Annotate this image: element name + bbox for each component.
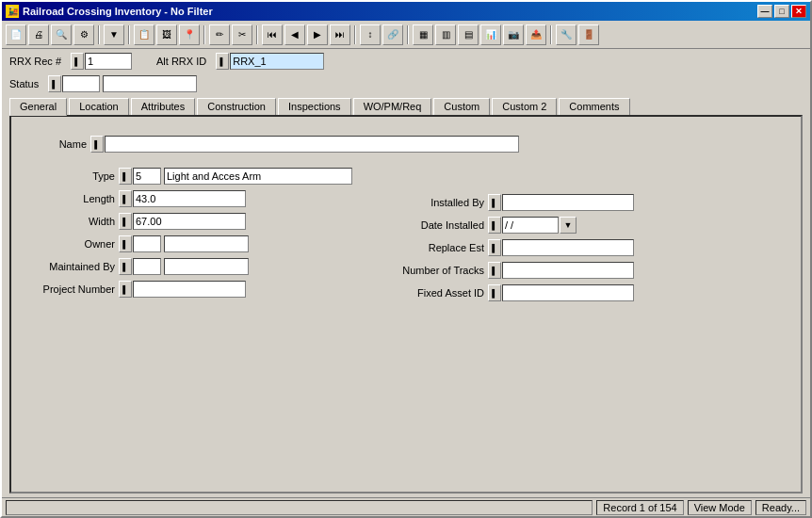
sep6 [407,25,409,44]
project-number-label: Project Number [30,283,115,295]
rrx-rec-input[interactable] [85,53,132,70]
tab-comments[interactable]: Comments [559,98,629,115]
width-btn[interactable]: ▌ [119,213,132,230]
sep2 [128,25,130,44]
tab-custom2[interactable]: Custom 2 [492,98,557,115]
filter-button[interactable]: ▼ [104,24,124,45]
grid1-button[interactable]: ▦ [413,24,433,45]
tab-custom[interactable]: Custom [433,98,490,115]
link-button[interactable]: 🔗 [382,24,403,45]
title-bar-buttons: — □ ✕ [757,5,806,18]
owner-desc-input[interactable] [164,235,249,252]
maintained-by-code-input[interactable] [133,258,161,275]
fixed-asset-id-input[interactable] [502,284,634,301]
prev-button[interactable]: ◀ [284,24,305,45]
date-installed-label: Date Installed [381,219,484,231]
length-field-group: ▌ [119,190,246,207]
tab-wo-pm-req[interactable]: WO/PM/Req [353,98,432,115]
installed-by-input[interactable] [502,194,634,211]
alt-rrx-field-group: ▌ [216,53,324,70]
general-form: Name ▌ Type ▌ [21,126,791,311]
minimize-button[interactable]: — [757,5,772,18]
alt-rrx-label: Alt RRX ID [156,56,210,67]
maintained-by-btn[interactable]: ▌ [119,258,132,275]
next-button[interactable]: ▶ [307,24,328,45]
prev-prev-button[interactable]: ⏮ [262,24,283,45]
ready-label: Ready... [755,500,806,515]
grid3-button[interactable]: ▤ [458,24,479,45]
replace-est-btn[interactable]: ▌ [488,239,501,256]
date-installed-input[interactable] [502,217,559,234]
settings-button[interactable]: ⚙ [73,24,94,45]
scissors-button[interactable]: ✂ [232,24,252,45]
owner-code-input[interactable] [133,235,161,252]
print-button[interactable]: 🖨 [28,24,49,45]
name-row: Name ▌ [30,136,782,153]
type-num-input[interactable] [133,168,161,185]
replace-est-label: Replace Est [381,242,484,253]
status-label: Status [9,78,42,89]
tab-attributes[interactable]: Attributes [131,98,195,115]
sep3 [203,25,205,44]
graph-button[interactable]: 📊 [480,24,501,45]
search-button[interactable]: 🔍 [51,24,72,45]
date-installed-btn[interactable]: ▌ [488,217,501,234]
map-button[interactable]: 📍 [179,24,200,45]
project-number-btn[interactable]: ▌ [119,281,132,298]
owner-label: Owner [30,238,115,250]
rrx-rec-label: RRX Rec # [9,56,65,67]
name-btn[interactable]: ▌ [90,136,104,153]
tab-inspections[interactable]: Inspections [278,98,351,115]
status-btn[interactable]: ▌ [48,75,61,92]
grid2-button[interactable]: ▥ [435,24,456,45]
type-btn[interactable]: ▌ [119,168,132,185]
alt-rrx-input[interactable] [230,53,324,70]
status-field-group: ▌ [48,75,197,92]
tab-location[interactable]: Location [69,98,129,115]
num-tracks-btn[interactable]: ▌ [488,262,501,279]
name-input[interactable] [105,136,519,153]
num-tracks-input[interactable] [502,262,634,279]
edit-button[interactable]: ✏ [209,24,230,45]
date-dropdown-btn[interactable]: ▼ [560,217,577,234]
owner-field-group: ▌ [119,235,249,252]
fixed-asset-id-btn[interactable]: ▌ [488,284,501,301]
tab-general[interactable]: General [9,98,67,116]
name-field-group: ▌ [90,136,519,153]
new-button[interactable]: 📄 [6,24,26,45]
width-input[interactable] [133,213,246,230]
width-row: Width ▌ [30,213,352,230]
maximize-button[interactable]: □ [774,5,789,18]
replace-est-input[interactable] [502,239,634,256]
installed-by-btn[interactable]: ▌ [488,194,501,211]
rrx-rec-btn[interactable]: ▌ [71,53,84,70]
page-button[interactable]: 📋 [134,24,154,45]
tab-construction[interactable]: Construction [197,98,276,115]
width-label: Width [30,216,115,227]
status-bar: Record 1 of 154 View Mode Ready... [2,497,810,516]
tool-button[interactable]: 🔧 [556,24,577,45]
num-tracks-label: Number of Tracks [381,265,484,276]
right-column: Installed By ▌ Date Installed ▌ ▼ [381,194,634,301]
project-number-input[interactable] [133,281,246,298]
maintained-by-field-group: ▌ [119,258,249,275]
maintained-by-desc-input[interactable] [164,258,249,275]
camera-button[interactable]: 📷 [503,24,524,45]
exit-button[interactable]: 🚪 [578,24,599,45]
jump-button[interactable]: ↕ [360,24,381,45]
close-button[interactable]: ✕ [791,5,806,18]
length-input[interactable] [133,190,246,207]
next-next-button[interactable]: ⏭ [330,24,350,45]
width-field-group: ▌ [119,213,246,230]
type-row: Type ▌ [30,168,352,185]
project-number-field-group: ▌ [119,281,246,298]
type-name-input[interactable] [164,168,352,185]
photo-button[interactable]: 🖼 [156,24,177,45]
window-title: Railroad Crossing Inventory - No Filter [23,6,757,17]
status-code-input[interactable] [62,75,100,92]
length-btn[interactable]: ▌ [119,190,132,207]
status-desc-input[interactable] [103,75,197,92]
export-button[interactable]: 📤 [526,24,546,45]
owner-btn[interactable]: ▌ [119,235,132,252]
alt-rrx-btn[interactable]: ▌ [216,53,229,70]
